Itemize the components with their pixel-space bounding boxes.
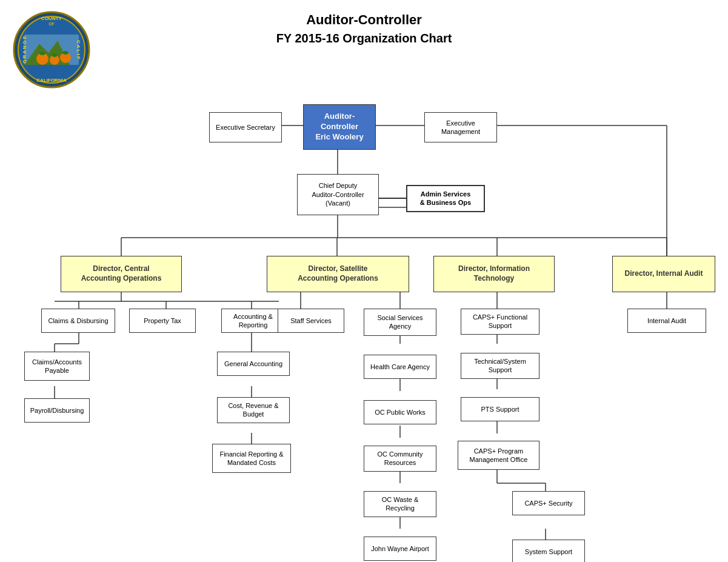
svg-text:COUNTY: COUNTY (41, 16, 62, 21)
technical-system-box: Technical/System Support (461, 353, 539, 379)
oc-public-works-box: OC Public Works (364, 400, 436, 424)
admin-services-box: Admin Services & Business Ops (406, 185, 485, 212)
title-line1: Auditor-Controller (0, 11, 728, 30)
caps-functional-box: CAPS+ Functional Support (461, 309, 539, 335)
org-chart: COUNTY OF O R A N G E C A L I F CALIFORN… (0, 47, 728, 562)
title-line2: FY 2015-16 Organization Chart (0, 30, 728, 47)
health-care-box: Health Care Agency (364, 355, 436, 379)
svg-text:C A L I F: C A L I F (76, 40, 81, 59)
oc-community-box: OC Community Resources (364, 446, 436, 472)
chief-deputy-box: Chief Deputy Auditor-Controller (Vacant) (297, 174, 379, 215)
oc-waste-box: OC Waste & Recycling (364, 491, 436, 517)
dir-it-box: Director, Information Technology (433, 256, 555, 292)
cost-revenue-box: Cost, Revenue & Budget (217, 397, 290, 423)
svg-text:O R A N G E: O R A N G E (22, 35, 27, 63)
executive-management-box: Executive Management (424, 112, 497, 142)
auditor-controller-box: Auditor- Controller Eric Woolery (303, 104, 376, 150)
county-logo: COUNTY OF O R A N G E C A L I F CALIFORN… (12, 10, 91, 89)
claims-accounts-box: Claims/Accounts Payable (24, 352, 90, 381)
svg-point-10 (62, 51, 68, 55)
svg-text:CALIFORNIA: CALIFORNIA (36, 78, 67, 83)
property-tax-box: Property Tax (129, 309, 196, 333)
social-services-box: Social Services Agency (364, 309, 436, 336)
accounting-reporting-box: Accounting & Reporting (221, 309, 285, 333)
dir-satellite-box: Director, Satellite Accounting Operation… (267, 256, 409, 292)
john-wayne-box: John Wayne Airport (364, 537, 436, 561)
caps-program-box: CAPS+ Program Management Office (458, 441, 539, 470)
general-accounting-box: General Accounting (217, 352, 290, 376)
financial-reporting-box: Financial Reporting & Mandated Costs (212, 444, 291, 473)
caps-security-box: CAPS+ Security (512, 491, 585, 515)
executive-secretary-box: Executive Secretary (209, 112, 282, 142)
staff-services-box: Staff Services (278, 309, 344, 333)
system-support-box: System Support (512, 540, 585, 562)
svg-point-9 (52, 53, 57, 57)
dir-internal-audit-box: Director, Internal Audit (612, 256, 715, 292)
dir-central-box: Director, Central Accounting Operations (61, 256, 182, 292)
pts-support-box: PTS Support (461, 397, 539, 421)
page-title: Auditor-Controller FY 2015-16 Organizati… (0, 0, 728, 47)
svg-text:OF: OF (48, 22, 55, 26)
internal-audit-box: Internal Audit (627, 309, 706, 333)
svg-point-8 (39, 52, 45, 55)
claims-disbursing-box: Claims & Disbursing (41, 309, 115, 333)
payroll-disbursing-box: Payroll/Disbursing (24, 398, 90, 423)
